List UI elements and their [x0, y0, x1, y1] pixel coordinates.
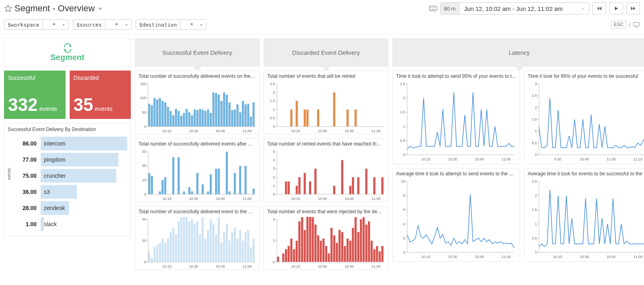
svg-rect-52	[202, 110, 204, 127]
svg-rect-93	[183, 191, 185, 194]
svg-rect-86	[148, 173, 150, 194]
svg-rect-107	[252, 189, 254, 194]
destination-filter[interactable]: $destination *	[136, 19, 207, 30]
successful-stat[interactable]: Successful 332events	[4, 71, 66, 119]
svg-text:10:15: 10:15	[162, 264, 171, 268]
svg-text:2: 2	[403, 96, 405, 100]
page-title[interactable]: Segment - Overview	[14, 3, 95, 14]
svg-text:4: 4	[403, 222, 405, 226]
svg-rect-150	[229, 241, 231, 262]
svg-rect-128	[169, 232, 171, 262]
svg-text:1.5: 1.5	[532, 208, 537, 212]
svg-rect-104	[234, 173, 236, 194]
svg-rect-237	[296, 241, 298, 262]
dest-row[interactable]: 36.00s3	[14, 184, 127, 200]
svg-rect-143	[210, 219, 212, 262]
dest-row[interactable]: 1.00slack	[14, 216, 127, 232]
svg-rect-146	[218, 217, 220, 262]
svg-rect-63	[231, 110, 233, 127]
svg-rect-261	[360, 219, 362, 262]
y-axis-label: events	[7, 168, 11, 180]
svg-rect-178	[290, 110, 292, 127]
svg-rect-55	[210, 113, 212, 127]
svg-rect-47	[188, 112, 190, 127]
monitor-icon[interactable]	[633, 22, 640, 27]
svg-text:4: 4	[273, 217, 275, 221]
svg-text:11:00: 11:00	[243, 264, 252, 268]
svg-rect-46	[186, 109, 188, 127]
dest-row[interactable]: 28.00zendesk	[14, 200, 127, 216]
time-back-button[interactable]	[592, 2, 606, 15]
svg-rect-179	[296, 101, 298, 127]
chevron-down-icon[interactable]	[97, 5, 103, 12]
svg-rect-96	[196, 173, 198, 194]
svg-rect-233	[285, 249, 287, 262]
svg-text:10:45: 10:45	[475, 255, 484, 259]
svg-rect-216	[365, 169, 367, 194]
svg-rect-37	[161, 101, 163, 127]
svg-rect-241	[306, 217, 308, 262]
dest-value: 36.00	[14, 189, 37, 195]
svg-rect-43	[178, 111, 180, 127]
workspace-filter[interactable]: $workspace *	[4, 19, 69, 30]
sources-filter[interactable]: $sources *	[73, 19, 131, 30]
svg-text:10:45: 10:45	[580, 157, 589, 161]
svg-rect-217	[373, 177, 375, 194]
svg-text:10:30: 10:30	[189, 197, 198, 201]
segment-logo-icon	[63, 43, 72, 53]
chart-panel[interactable]: Total number of events that will be retr…	[264, 71, 388, 134]
chart-panel[interactable]: Time it took to attempt to send 95% of y…	[392, 71, 520, 164]
section-header-discarded[interactable]: Discarded Event Delivery	[264, 38, 388, 67]
discarded-stat[interactable]: Discarded 35events	[70, 71, 131, 119]
time-forward-button[interactable]	[626, 2, 640, 15]
svg-rect-246	[320, 241, 322, 262]
stat-value: 332	[8, 95, 37, 115]
svg-rect-247	[322, 239, 324, 262]
svg-rect-66	[239, 112, 241, 127]
chart-panel[interactable]: Total number of successfully delivered e…	[135, 138, 260, 202]
filter-name: $destination	[136, 22, 180, 28]
svg-text:40: 40	[142, 217, 146, 221]
svg-text:10:30: 10:30	[318, 264, 327, 268]
svg-text:11:00: 11:00	[634, 255, 643, 259]
panel-title: Average time it took to attempt to send …	[393, 169, 520, 179]
dest-row[interactable]: 86.00intercom	[14, 135, 127, 152]
svg-text:1: 1	[273, 184, 275, 188]
dest-row[interactable]: 75.00cruncher	[14, 168, 127, 184]
destination-breakdown-panel[interactable]: Successful Event Delivery By Destination…	[4, 123, 131, 237]
svg-rect-125	[161, 239, 163, 262]
keyboard-icon[interactable]	[429, 5, 437, 12]
chart-panel[interactable]: Total number of successfully delivered e…	[135, 71, 260, 134]
time-play-button[interactable]	[609, 2, 623, 15]
dest-row[interactable]: 77.00pingdom	[14, 152, 127, 168]
chart-panel[interactable]: Total number of successfully delivered e…	[135, 206, 260, 270]
svg-rect-232	[282, 254, 284, 262]
panel-title: Average time it took for events to be su…	[524, 169, 644, 179]
section-header-latency[interactable]: Latency	[392, 38, 644, 67]
svg-rect-238	[298, 221, 300, 262]
time-range-picker[interactable]: 60 m Jun 12, 10:02 am - Jun 12, 11:02 am	[440, 2, 589, 15]
svg-rect-90	[164, 177, 166, 194]
chart-panel[interactable]: Time it took for 95% of your events to b…	[524, 71, 644, 164]
svg-text:10:30: 10:30	[318, 129, 327, 133]
chart-panel[interactable]: Average time it took to attempt to send …	[392, 168, 520, 262]
chart-panel[interactable]: Total number of retried events that have…	[264, 138, 388, 202]
svg-text:11:00: 11:00	[372, 129, 381, 133]
svg-rect-34	[153, 98, 155, 127]
svg-text:10:15: 10:15	[553, 255, 562, 259]
svg-rect-1	[429, 6, 437, 11]
svg-rect-149	[226, 224, 228, 262]
svg-text:0: 0	[535, 153, 537, 157]
svg-text:11:00: 11:00	[372, 197, 381, 201]
svg-rect-48	[191, 115, 193, 127]
svg-rect-137	[194, 224, 196, 262]
star-icon[interactable]	[4, 4, 12, 12]
svg-rect-58	[218, 95, 220, 127]
svg-rect-130	[175, 234, 177, 262]
section-header-successful[interactable]: Successful Event Delivery	[135, 38, 260, 67]
svg-rect-210	[314, 169, 316, 194]
chart-panel[interactable]: Total number of events that were rejecte…	[264, 206, 388, 270]
chart-panel[interactable]: Average time it took for events to be su…	[524, 168, 644, 262]
svg-rect-231	[277, 257, 279, 262]
dest-value: 1.00	[14, 221, 37, 227]
